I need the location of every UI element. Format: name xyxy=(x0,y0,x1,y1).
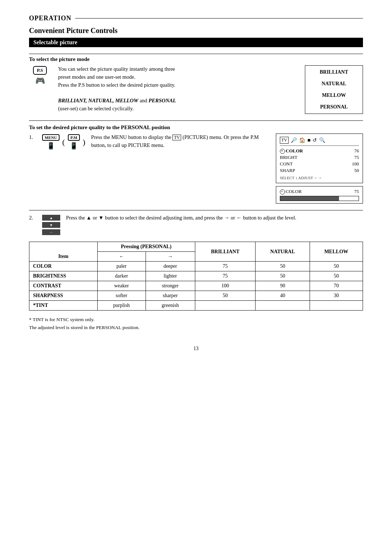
table-mellow-4 xyxy=(310,301,363,311)
table-right-0: deeper xyxy=(146,262,195,271)
table-mellow-0: 50 xyxy=(310,262,363,271)
arrow-dots-block: ··· xyxy=(42,229,60,235)
picture-mode-description: You can select the picture quality insta… xyxy=(58,65,298,113)
color-bar-label-row: COLOR 75 xyxy=(280,189,359,194)
step-1-num: 1. xyxy=(29,134,36,140)
tv-icon-6: 🔍 xyxy=(319,137,325,143)
table-brilliant-0: 75 xyxy=(195,262,256,271)
table-right-2: stronger xyxy=(146,281,195,291)
table-left-2: weaker xyxy=(97,281,146,291)
table-body: COLOR paler deeper 75 50 50 BRIGHTNESS d… xyxy=(29,262,363,311)
tv-menu-rows: COLOR 76 BRIGHT 75 CONT 100 SHARP 50 xyxy=(280,148,359,173)
tv-menu-row-bright: BRIGHT 75 xyxy=(280,155,359,160)
mode-mellow: MELLOW xyxy=(322,93,346,98)
color-bar-value: 75 xyxy=(354,189,359,194)
picture-mode-section: To select the picture mode P.S 🎮 You can… xyxy=(29,54,363,114)
table-item-0: COLOR xyxy=(29,262,98,271)
ps-button-label: P.S xyxy=(33,66,46,75)
table-brilliant-4 xyxy=(195,301,256,311)
table-left-4: purplish xyxy=(97,301,146,311)
table-natural-4 xyxy=(256,301,310,311)
table-row: CONTRAST weaker stronger 100 90 70 xyxy=(29,281,363,291)
tv-cont-label: CONT xyxy=(280,161,293,167)
step-2-row: 2. ▲ ▼ ··· Press the ▲ or ▼ button to se… xyxy=(29,214,363,235)
convenient-picture-controls-heading: Convenient Picture Controls xyxy=(29,26,363,35)
table-natural-3: 40 xyxy=(256,291,310,301)
modes-suffix: (user-set) can be selected cyclically. xyxy=(58,105,298,113)
modes-intro-text: BRILLIANT, NATURAL, MELLOW xyxy=(58,98,138,103)
tv-icon-selected: TV xyxy=(280,137,289,144)
operation-section: OPERATION xyxy=(29,15,363,22)
table-mellow-2: 70 xyxy=(310,281,363,291)
description-line2: preset modes and one user-set mode. xyxy=(58,73,298,81)
table-item-3: SHARPNESS xyxy=(29,291,98,301)
step-1-icon: MENU 📱 ( P.M 📱 ) xyxy=(42,134,85,150)
tv-icon-4: ■ xyxy=(307,138,310,143)
section-divider-1 xyxy=(29,120,363,121)
step-2-text: Press the ▲ or ▼ button to select the de… xyxy=(66,214,363,222)
table-natural-0: 50 xyxy=(256,262,310,271)
tv-select-hint: SELECT ↕ ADJUST ←→ xyxy=(280,176,359,180)
tv-color-value: 76 xyxy=(354,148,359,154)
table-row: BRIGHTNESS darker lighter 75 50 50 xyxy=(29,271,363,281)
color-bar-track xyxy=(280,196,359,201)
menu-button-icon: MENU xyxy=(42,134,60,141)
description-line1: You can select the picture quality insta… xyxy=(58,65,298,73)
table-left-1: darker xyxy=(97,271,146,281)
tv-icon-5: ↺ xyxy=(313,137,317,143)
table-brilliant-2: 100 xyxy=(195,281,256,291)
comparison-table: Item Pressing (PERSONAL) BRILLIANT NATUR… xyxy=(29,242,363,311)
personal-section: To set the desired picture quality to th… xyxy=(29,124,363,235)
table-brilliant-3: 50 xyxy=(195,291,256,301)
tv-icon-2: 🔎 xyxy=(291,137,297,143)
menu-pm-row: MENU 📱 ( P.M 📱 ) xyxy=(42,134,85,150)
tv-cont-value: 100 xyxy=(352,161,359,167)
ps-icon-group: P.S 🎮 xyxy=(29,66,51,86)
picture-mode-content: P.S 🎮 You can select the picture quality… xyxy=(29,65,363,114)
color-bar-fill xyxy=(280,196,339,201)
color-bar-box: COLOR 75 xyxy=(276,186,363,204)
mode-brilliant: BRILLIANT xyxy=(320,69,348,75)
col-left-arrow-header: ← xyxy=(97,252,146,262)
color-circle-icon xyxy=(280,149,285,154)
note-2: The adjusted level is stored in the PERS… xyxy=(29,324,363,332)
table-item-2: CONTRAST xyxy=(29,281,98,291)
arrow-down-row: ▼ xyxy=(42,222,60,228)
selectable-picture-bar: Selectable picture xyxy=(29,38,363,47)
close-paren: ) xyxy=(83,138,85,147)
pm-remote-icon: 📱 xyxy=(70,142,78,150)
modes-intro: BRILLIANT, NATURAL, MELLOW and PERSONAL xyxy=(58,97,298,105)
step-2-num: 2. xyxy=(29,214,36,221)
page-number: 13 xyxy=(29,346,363,352)
table-row: *TINT purplish greenish xyxy=(29,301,363,311)
table-right-3: sharper xyxy=(146,291,195,301)
operation-heading: OPERATION xyxy=(29,15,363,22)
table-right-1: lighter xyxy=(146,271,195,281)
tv-menu-icons: TV 🔎 🏠 ■ ↺ 🔍 xyxy=(280,137,359,146)
table-brilliant-1: 75 xyxy=(195,271,256,281)
col-brilliant-header: BRILLIANT xyxy=(195,242,256,262)
arrow-dots-row: ··· xyxy=(42,229,60,235)
table-row: COLOR paler deeper 75 50 50 xyxy=(29,262,363,271)
tv-menu-row-sharp: SHARP 50 xyxy=(280,168,359,173)
personal-text: PERSONAL xyxy=(148,98,176,103)
open-paren: ( xyxy=(62,138,65,147)
tv-bright-value: 75 xyxy=(354,155,359,160)
operation-line xyxy=(75,18,363,19)
mode-personal: PERSONAL xyxy=(320,104,348,110)
table-header-row-1: Item Pressing (PERSONAL) BRILLIANT NATUR… xyxy=(29,242,363,252)
step-1-diagram: TV 🔎 🏠 ■ ↺ 🔍 COLOR 76 BRIGHT xyxy=(276,134,363,204)
note-1: * TINT is for NTSC system only. xyxy=(29,316,363,324)
step-1-text: Press the MENU button to display the TV … xyxy=(91,134,270,149)
table-mellow-3: 30 xyxy=(310,291,363,301)
table-left-3: softer xyxy=(97,291,146,301)
arrow-up-block: ▲ xyxy=(42,215,60,221)
col-right-arrow-header: → xyxy=(146,252,195,262)
table-natural-1: 50 xyxy=(256,271,310,281)
col-pressing-header: Pressing (PERSONAL) xyxy=(97,242,195,252)
step-2-icon: ▲ ▼ ··· xyxy=(42,215,60,235)
arrow-remote: ▲ ▼ ··· xyxy=(42,215,60,235)
table-item-4: *TINT xyxy=(29,301,98,311)
tv-menu-box: TV 🔎 🏠 ■ ↺ 🔍 COLOR 76 BRIGHT xyxy=(276,134,363,183)
tv-menu-row-cont: CONT 100 xyxy=(280,161,359,167)
